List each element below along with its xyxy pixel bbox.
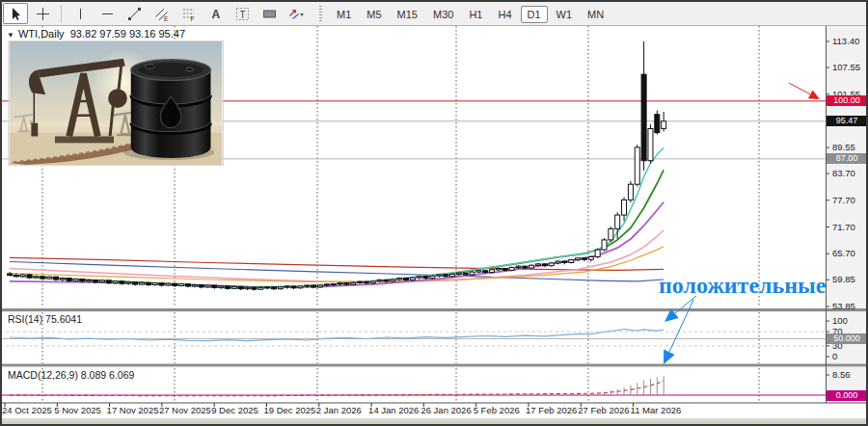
candle-body[interactable] — [219, 286, 224, 287]
candle-body[interactable] — [231, 286, 236, 288]
timeframe-button-d1[interactable]: D1 — [521, 6, 548, 23]
candle-body[interactable] — [272, 287, 277, 289]
candle-body[interactable] — [20, 275, 25, 277]
cursor-tool-button[interactable] — [3, 3, 28, 24]
candle-body[interactable] — [569, 260, 574, 263]
candle-body[interactable] — [60, 279, 65, 280]
candle-body[interactable] — [8, 274, 13, 275]
candle-body[interactable] — [317, 285, 322, 287]
candle-body[interactable] — [490, 270, 495, 273]
candle-body[interactable] — [444, 275, 448, 277]
candle-body[interactable] — [476, 271, 481, 272]
candle-body[interactable] — [358, 281, 363, 282]
rectangle-tool-button[interactable] — [257, 3, 282, 24]
candle-body[interactable] — [252, 287, 257, 289]
candle-body[interactable] — [41, 277, 45, 279]
timeframe-button-m15[interactable]: M15 — [391, 6, 424, 23]
candle-body[interactable] — [423, 277, 428, 279]
chevron-down-icon[interactable]: ▼ — [7, 31, 14, 40]
candle-body[interactable] — [298, 286, 303, 288]
candle-body[interactable] — [410, 278, 415, 280]
candle-body[interactable] — [417, 277, 421, 278]
candle-body[interactable] — [226, 286, 231, 288]
candle-body[interactable] — [199, 285, 203, 287]
candle-body[interactable] — [542, 264, 547, 266]
candle-body[interactable] — [146, 282, 150, 284]
candle-body[interactable] — [562, 261, 567, 262]
candle-body[interactable] — [73, 280, 78, 281]
candle-body[interactable] — [87, 280, 92, 280]
candle-body[interactable] — [582, 258, 586, 259]
candle-body[interactable] — [120, 281, 124, 283]
candle-body[interactable] — [377, 280, 382, 280]
candle-body[interactable] — [67, 279, 71, 281]
candle-body[interactable] — [523, 266, 528, 268]
candle-body[interactable] — [152, 283, 157, 285]
candle-body[interactable] — [80, 280, 85, 281]
candle-body[interactable] — [99, 280, 104, 282]
candle-body[interactable] — [166, 283, 171, 285]
candle-body[interactable] — [113, 281, 118, 283]
candle-body[interactable] — [662, 121, 666, 129]
timeframe-button-h1[interactable]: H1 — [462, 6, 489, 23]
candle-body[interactable] — [595, 250, 600, 256]
candle-body[interactable] — [331, 284, 336, 285]
candle-body[interactable] — [602, 240, 607, 250]
candle-body[interactable] — [384, 280, 389, 280]
price-axis[interactable]: 113.40107.55101.5589.5583.7077.7071.7065… — [827, 0, 868, 403]
candle-body[interactable] — [344, 283, 349, 284]
candle-body[interactable] — [212, 285, 217, 287]
horizontal-line-tool-button[interactable] — [95, 3, 120, 24]
candle-body[interactable] — [126, 282, 131, 283]
timeframe-button-w1[interactable]: W1 — [550, 6, 580, 23]
candle-body[interactable] — [502, 268, 507, 270]
candle-body[interactable] — [192, 285, 197, 286]
candle-body[interactable] — [179, 284, 184, 286]
candle-body[interactable] — [635, 147, 639, 184]
trendline-tool-button[interactable] — [122, 3, 147, 24]
text-tool-button[interactable]: A — [203, 3, 228, 24]
candle-body[interactable] — [456, 273, 461, 274]
candle-body[interactable] — [391, 280, 395, 281]
candle-body[interactable] — [173, 283, 177, 285]
panel-separator-bar[interactable] — [0, 364, 868, 367]
candle-body[interactable] — [285, 286, 289, 287]
candle-body[interactable] — [133, 282, 138, 284]
candle-body[interactable] — [463, 273, 468, 275]
candle-body[interactable] — [370, 281, 375, 283]
candle-body[interactable] — [536, 264, 541, 265]
candle-body[interactable] — [483, 271, 488, 273]
candle-body[interactable] — [305, 285, 310, 286]
candle-body[interactable] — [14, 275, 18, 276]
candle-body[interactable] — [529, 265, 534, 268]
panel-separator-bar[interactable] — [0, 308, 868, 311]
candle-body[interactable] — [324, 284, 329, 285]
candle-body[interactable] — [94, 280, 98, 281]
candle-body[interactable] — [576, 258, 581, 260]
time-axis[interactable]: 24 Oct 20255 Nov 202517 Nov 202527 Nov 2… — [0, 404, 868, 418]
text-label-tool-button[interactable]: T — [230, 3, 255, 24]
candle-body[interactable] — [205, 285, 210, 287]
candle-body[interactable] — [47, 277, 52, 279]
toolbar-drag-handle[interactable] — [319, 6, 322, 21]
candle-body[interactable] — [609, 228, 613, 240]
timeframe-button-mn[interactable]: MN — [581, 6, 610, 23]
candle-body[interactable] — [364, 281, 368, 282]
candle-body[interactable] — [588, 256, 593, 259]
candle-body[interactable] — [258, 287, 263, 289]
timeframe-button-h4[interactable]: H4 — [491, 6, 518, 23]
candle-body[interactable] — [437, 275, 442, 276]
candle-body[interactable] — [338, 283, 342, 284]
candle-body[interactable] — [404, 279, 409, 280]
candle-body[interactable] — [622, 200, 627, 215]
candle-body[interactable] — [615, 215, 620, 228]
candle-body[interactable] — [648, 128, 653, 160]
candle-body[interactable] — [397, 279, 402, 280]
candle-body[interactable] — [641, 74, 646, 161]
candle-body[interactable] — [278, 287, 283, 289]
candle-body[interactable] — [628, 184, 633, 200]
timeframe-button-m5[interactable]: M5 — [360, 6, 388, 23]
candle-body[interactable] — [549, 263, 554, 266]
candle-body[interactable] — [34, 277, 39, 278]
crosshair-tool-button[interactable] — [30, 3, 55, 24]
